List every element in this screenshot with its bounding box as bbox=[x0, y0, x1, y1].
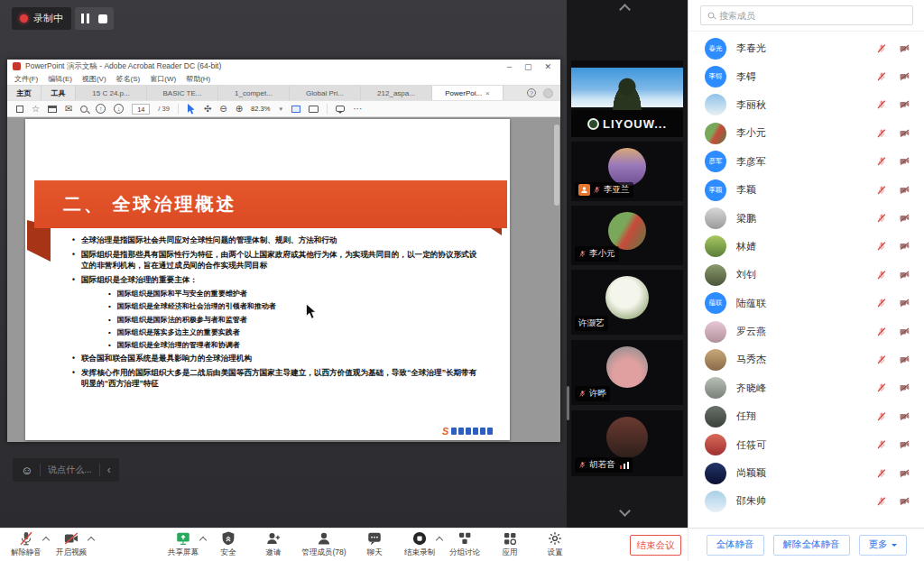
member-row[interactable]: 尚颖颖 bbox=[688, 459, 924, 487]
doc-tab-3[interactable]: 1_compet... bbox=[218, 86, 290, 100]
security-button[interactable]: 安全 bbox=[206, 530, 251, 558]
search-icon[interactable] bbox=[80, 106, 88, 113]
more-button[interactable]: 更多 bbox=[859, 535, 907, 556]
toolbar-more-icon[interactable]: ··· bbox=[353, 105, 362, 114]
star-icon[interactable]: ☆ bbox=[32, 105, 40, 114]
video-tile[interactable]: 许灏艺 bbox=[571, 270, 683, 335]
chat-placeholder[interactable]: 说点什么... bbox=[48, 464, 91, 476]
maximize-icon[interactable]: ▢ bbox=[524, 62, 532, 71]
doc-tab-2[interactable]: BASIC TE... bbox=[147, 86, 218, 100]
menu-file[interactable]: 文件(F) bbox=[14, 74, 38, 84]
zoom-level[interactable]: 82.3% bbox=[251, 105, 270, 113]
muted-mic-icon[interactable] bbox=[876, 241, 887, 252]
member-row[interactable]: 林婧 bbox=[688, 233, 924, 261]
menu-sign[interactable]: 签名(S) bbox=[116, 74, 141, 84]
muted-camera-icon[interactable] bbox=[899, 326, 910, 337]
manage-members-button[interactable]: 管理成员(78) bbox=[296, 530, 352, 558]
muted-mic-icon[interactable] bbox=[876, 439, 887, 450]
muted-camera-icon[interactable] bbox=[899, 43, 910, 54]
muted-mic-icon[interactable] bbox=[876, 326, 887, 337]
next-page-icon[interactable]: ↓ bbox=[114, 104, 124, 114]
member-row[interactable]: 任筱可 bbox=[688, 430, 924, 458]
muted-mic-icon[interactable] bbox=[876, 496, 887, 507]
apps-button[interactable]: 应用 bbox=[487, 530, 532, 558]
close-icon[interactable]: ✕ bbox=[544, 62, 551, 71]
presentation-icon[interactable] bbox=[309, 106, 319, 113]
document-scrollbar[interactable] bbox=[554, 124, 559, 206]
emoji-icon[interactable]: ☺ bbox=[21, 464, 32, 476]
start-video-button[interactable]: 开启视频 bbox=[49, 530, 94, 558]
muted-mic-icon[interactable] bbox=[876, 128, 887, 139]
search-input[interactable] bbox=[719, 11, 906, 21]
muted-camera-icon[interactable] bbox=[899, 213, 910, 224]
save-icon[interactable] bbox=[16, 106, 23, 113]
video-tile[interactable]: 胡若音 bbox=[571, 410, 683, 476]
muted-camera-icon[interactable] bbox=[899, 496, 910, 507]
member-row[interactable]: 李小元 bbox=[688, 119, 924, 147]
minimize-icon[interactable]: – bbox=[507, 62, 512, 71]
zoom-in-icon[interactable]: ⊕ bbox=[236, 105, 243, 114]
menu-view[interactable]: 视图(V) bbox=[82, 74, 106, 84]
muted-mic-icon[interactable] bbox=[876, 270, 887, 280]
menu-edit[interactable]: 编辑(E) bbox=[48, 74, 72, 84]
strip-scrollbar[interactable] bbox=[567, 386, 569, 420]
muted-mic-icon[interactable] bbox=[876, 43, 887, 54]
muted-camera-icon[interactable] bbox=[899, 411, 910, 422]
muted-mic-icon[interactable] bbox=[876, 411, 887, 422]
page-number-input[interactable]: 14 bbox=[132, 104, 150, 115]
member-row[interactable]: 梁鹏 bbox=[688, 204, 924, 232]
doc-tab-4[interactable]: Global Pri... bbox=[290, 86, 361, 100]
member-row[interactable]: 李锝 李锝 bbox=[688, 62, 924, 90]
collapse-strip-button[interactable] bbox=[621, 5, 629, 14]
unmute-button[interactable]: 解除静音 bbox=[4, 530, 49, 558]
video-tile-liyouw[interactable]: LIYOUW... bbox=[571, 60, 683, 137]
menu-help[interactable]: 帮助(H) bbox=[186, 74, 210, 84]
tab-tools[interactable]: 工具 bbox=[42, 86, 76, 100]
muted-mic-icon[interactable] bbox=[876, 354, 887, 365]
video-tile[interactable]: 李亚兰 bbox=[571, 142, 683, 201]
fit-page-icon[interactable] bbox=[291, 106, 300, 113]
scroll-down-button[interactable] bbox=[621, 507, 629, 515]
member-row[interactable]: 彦军 李彦军 bbox=[688, 148, 924, 176]
member-row[interactable]: 邵朱帅 bbox=[688, 487, 924, 515]
mute-all-button[interactable]: 全体静音 bbox=[707, 535, 764, 556]
muted-camera-icon[interactable] bbox=[899, 185, 910, 196]
muted-mic-icon[interactable] bbox=[876, 156, 887, 167]
member-row[interactable]: 蕴联 陆蕴联 bbox=[688, 290, 924, 317]
member-row[interactable]: 任翔 bbox=[688, 402, 924, 430]
video-tile[interactable]: 李小元 bbox=[571, 206, 683, 265]
muted-mic-icon[interactable] bbox=[876, 99, 887, 110]
member-row[interactable]: 春光 李春光 bbox=[688, 34, 924, 62]
muted-camera-icon[interactable] bbox=[899, 99, 910, 110]
stop-recording-icon[interactable] bbox=[98, 14, 107, 23]
close-tab-icon[interactable]: × bbox=[485, 89, 490, 97]
settings-button[interactable]: 设置 bbox=[532, 530, 578, 558]
previous-page-icon[interactable]: ↑ bbox=[96, 104, 106, 114]
muted-mic-icon[interactable] bbox=[876, 71, 887, 82]
print-icon[interactable] bbox=[48, 106, 57, 113]
muted-camera-icon[interactable] bbox=[899, 382, 910, 393]
unmute-all-button[interactable]: 解除全体静音 bbox=[773, 535, 850, 556]
muted-camera-icon[interactable] bbox=[899, 156, 910, 167]
help-icon[interactable]: ? bbox=[527, 88, 536, 97]
hand-tool-icon[interactable]: ✣ bbox=[204, 105, 211, 114]
muted-camera-icon[interactable] bbox=[899, 468, 910, 479]
muted-camera-icon[interactable] bbox=[899, 354, 910, 365]
muted-mic-icon[interactable] bbox=[876, 382, 887, 393]
collapse-chat-icon[interactable]: ‹ bbox=[107, 464, 111, 476]
muted-camera-icon[interactable] bbox=[899, 270, 910, 280]
end-meeting-button[interactable]: 结束会议 bbox=[630, 535, 681, 556]
member-search-box[interactable] bbox=[700, 5, 913, 25]
acrobat-titlebar[interactable]: PowerPoint 演示文稿 - Adobe Acrobat Reader D… bbox=[7, 60, 560, 73]
muted-mic-icon[interactable] bbox=[876, 213, 887, 224]
tab-home[interactable]: 主页 bbox=[7, 86, 42, 100]
muted-camera-icon[interactable] bbox=[899, 241, 910, 252]
member-row[interactable]: 李丽秋 bbox=[688, 91, 924, 119]
share-screen-button[interactable]: 共享屏幕 bbox=[161, 530, 206, 558]
member-row[interactable]: 刘钊 bbox=[688, 261, 924, 289]
member-row[interactable]: 罗云燕 bbox=[688, 317, 924, 345]
muted-camera-icon[interactable] bbox=[899, 128, 910, 139]
menu-window[interactable]: 窗口(W) bbox=[150, 74, 176, 84]
chat-quick-input[interactable]: ☺ 说点什么... ‹ bbox=[13, 458, 119, 482]
email-icon[interactable]: ✉ bbox=[65, 105, 72, 114]
